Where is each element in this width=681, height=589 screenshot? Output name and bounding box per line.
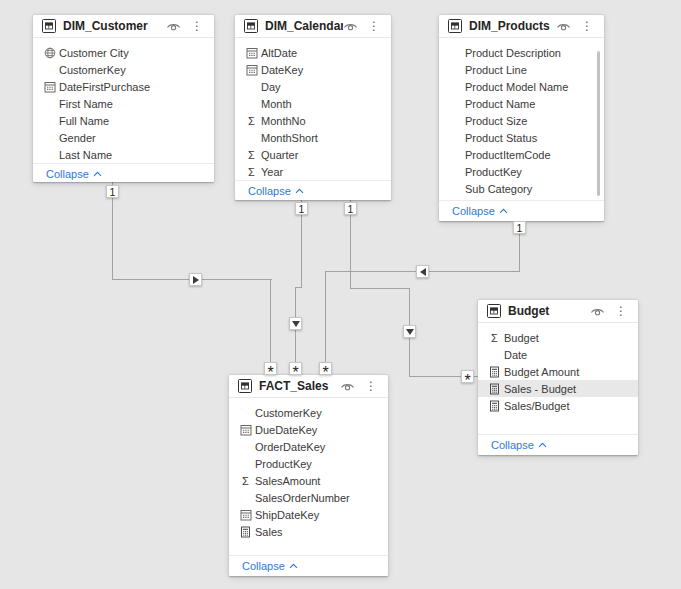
field-row-datekey[interactable]: DateKey — [235, 61, 391, 78]
table-header: DIM_Customer⋮ — [33, 15, 214, 38]
field-row-product-model-name[interactable]: Product Model Name — [439, 78, 604, 95]
table-title: DIM_Products — [469, 19, 556, 33]
sigma-icon: Σ — [245, 148, 258, 161]
filter-direction-down-icon[interactable] — [289, 317, 302, 330]
field-name: SalesAmount — [255, 475, 320, 487]
field-row-last-name[interactable]: Last Name — [33, 146, 214, 163]
field-name: CustomerKey — [59, 64, 126, 76]
cardinality-many-badge[interactable]: * — [264, 362, 277, 375]
field-row-product-name[interactable]: Product Name — [439, 95, 604, 112]
field-name: ProductItemCode — [465, 149, 551, 161]
field-row-sales-budget[interactable]: Sales/Budget — [478, 397, 638, 414]
blank-icon — [239, 440, 252, 453]
field-row-year[interactable]: ΣYear — [235, 163, 391, 180]
cardinality-one-badge[interactable]: 1 — [513, 221, 526, 234]
table-title: DIM_Calendar — [265, 19, 343, 33]
field-name: Product Model Name — [465, 81, 568, 93]
cardinality-label: 1 — [517, 222, 523, 234]
filter-direction-down-icon[interactable] — [403, 325, 416, 338]
more-options-icon[interactable]: ⋮ — [190, 20, 204, 32]
field-row-product-status[interactable]: Product Status — [439, 129, 604, 146]
field-row-day[interactable]: Day — [235, 78, 391, 95]
field-row-altdate[interactable]: AltDate — [235, 44, 391, 61]
blank-icon — [239, 457, 252, 470]
cardinality-many-badge[interactable]: * — [289, 362, 302, 375]
eye-icon[interactable] — [590, 306, 605, 317]
filter-direction-right-icon[interactable] — [189, 273, 202, 286]
field-name: Gender — [59, 132, 96, 144]
relationship-line[interactable] — [295, 287, 302, 288]
more-options-icon[interactable]: ⋮ — [614, 305, 628, 317]
filter-direction-left-icon[interactable] — [416, 265, 429, 278]
blank-icon — [449, 165, 462, 178]
table-card-dim-calendar[interactable]: DIM_Calendar⋮AltDateDateKeyDayMonthΣMont… — [235, 15, 391, 200]
field-row-productkey[interactable]: ProductKey — [439, 163, 604, 180]
collapse-button[interactable]: Collapse — [235, 180, 391, 201]
field-row-monthno[interactable]: ΣMonthNo — [235, 112, 391, 129]
relationship-line[interactable] — [270, 279, 271, 375]
field-row-customer-city[interactable]: Customer City — [33, 44, 214, 61]
field-row-budget-amount[interactable]: Budget Amount — [478, 363, 638, 380]
collapse-label: Collapse — [248, 185, 291, 197]
relationship-line[interactable] — [350, 288, 410, 289]
table-card-budget[interactable]: Budget⋮ΣBudgetDateBudget AmountSales - B… — [478, 300, 638, 455]
field-name: Sub Category — [465, 183, 532, 195]
collapse-button[interactable]: Collapse — [439, 200, 604, 221]
collapse-button[interactable]: Collapse — [478, 434, 638, 455]
eye-icon[interactable] — [343, 21, 358, 32]
field-row-sub-category[interactable]: Sub Category — [439, 180, 604, 197]
more-options-icon[interactable]: ⋮ — [367, 20, 381, 32]
table-card-dim-customer[interactable]: DIM_Customer⋮Customer CityCustomerKeyDat… — [33, 15, 214, 182]
field-row-product-size[interactable]: Product Size — [439, 112, 604, 129]
field-row-date[interactable]: Date — [478, 346, 638, 363]
table-header: FACT_Sales⋮ — [229, 375, 388, 398]
field-row-quarter[interactable]: ΣQuarter — [235, 146, 391, 163]
field-row-shipdatekey[interactable]: ShipDateKey — [229, 506, 388, 523]
field-row-budget[interactable]: ΣBudget — [478, 329, 638, 346]
cardinality-many-badge[interactable]: * — [461, 370, 474, 383]
collapse-button[interactable]: Collapse — [229, 555, 388, 576]
blank-icon — [43, 148, 56, 161]
field-row-sales-budget[interactable]: Sales - Budget — [478, 380, 638, 397]
blank-icon — [245, 80, 258, 93]
field-row-duedatekey[interactable]: DueDateKey — [229, 421, 388, 438]
more-options-icon[interactable]: ⋮ — [364, 380, 378, 392]
cardinality-many-badge[interactable]: * — [319, 362, 332, 375]
field-name: ProductKey — [255, 458, 312, 470]
collapse-button[interactable]: Collapse — [33, 163, 214, 184]
cardinality-one-badge[interactable]: 1 — [295, 202, 308, 215]
field-row-sales[interactable]: Sales — [229, 523, 388, 540]
scrollbar-thumb[interactable] — [597, 51, 600, 196]
field-row-salesamount[interactable]: ΣSalesAmount — [229, 472, 388, 489]
field-row-datefirstpurchase[interactable]: DateFirstPurchase — [33, 78, 214, 95]
more-options-icon[interactable]: ⋮ — [580, 20, 594, 32]
eye-icon[interactable] — [166, 21, 181, 32]
field-row-full-name[interactable]: Full Name — [33, 112, 214, 129]
field-row-gender[interactable]: Gender — [33, 129, 214, 146]
blank-icon — [449, 97, 462, 110]
field-row-monthshort[interactable]: MonthShort — [235, 129, 391, 146]
field-row-productkey[interactable]: ProductKey — [229, 455, 388, 472]
field-row-customerkey[interactable]: CustomerKey — [33, 61, 214, 78]
table-card-fact-sales[interactable]: FACT_Sales⋮CustomerKeyDueDateKeyOrderDat… — [229, 375, 388, 576]
field-name: DueDateKey — [255, 424, 317, 436]
field-row-month[interactable]: Month — [235, 95, 391, 112]
blank-icon — [449, 80, 462, 93]
eye-icon[interactable] — [340, 381, 355, 392]
table-card-dim-products[interactable]: DIM_Products⋮Product DescriptionProduct … — [439, 15, 604, 221]
field-row-customerkey[interactable]: CustomerKey — [229, 404, 388, 421]
field-row-salesordernumber[interactable]: SalesOrderNumber — [229, 489, 388, 506]
field-name: DateFirstPurchase — [59, 81, 150, 93]
field-row-product-line[interactable]: Product Line — [439, 61, 604, 78]
table-icon — [41, 18, 57, 34]
field-row-first-name[interactable]: First Name — [33, 95, 214, 112]
field-row-orderdatekey[interactable]: OrderDateKey — [229, 438, 388, 455]
field-name: CustomerKey — [255, 407, 322, 419]
relationship-line[interactable] — [325, 271, 326, 375]
field-row-product-description[interactable]: Product Description — [439, 44, 604, 61]
eye-icon[interactable] — [556, 21, 571, 32]
field-row-productitemcode[interactable]: ProductItemCode — [439, 146, 604, 163]
field-name: Last Name — [59, 149, 112, 161]
cardinality-one-badge[interactable]: 1 — [344, 202, 357, 215]
cardinality-one-badge[interactable]: 1 — [106, 185, 119, 198]
